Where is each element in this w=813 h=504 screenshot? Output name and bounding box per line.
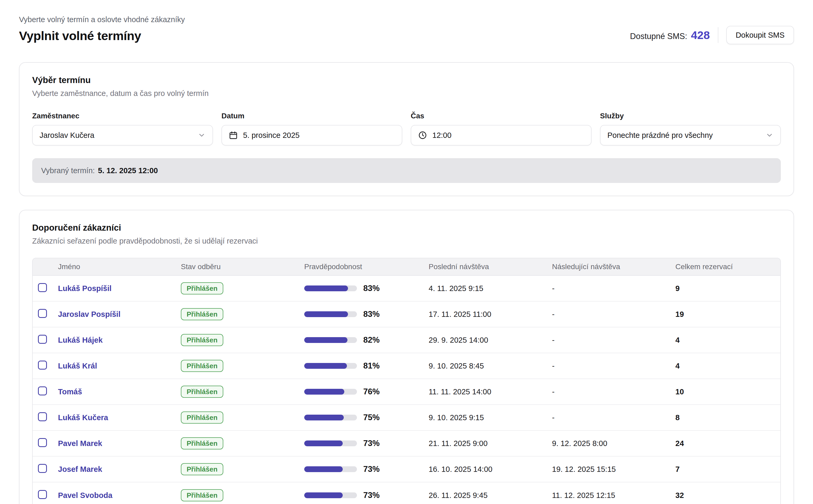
row-checkbox-cell <box>33 309 58 320</box>
probability-bar-fill <box>304 389 344 395</box>
total-reservations-cell: 24 <box>675 439 780 448</box>
total-reservations-cell: 32 <box>675 491 780 500</box>
probability-percent: 83% <box>363 309 380 319</box>
services-field: Služby Ponechte prázdné pro všechny <box>600 112 781 146</box>
total-reservations-cell: 4 <box>675 362 780 370</box>
probability-cell: 81% <box>304 361 429 371</box>
subscription-status-cell: Přihlášen <box>181 463 304 475</box>
customer-name-link[interactable]: Lukáš Hájek <box>58 336 103 344</box>
chevron-down-icon <box>766 131 773 139</box>
table-row: Lukáš Pospíšil Přihlášen 83% 4. 11. 2025… <box>33 276 780 302</box>
row-checkbox[interactable] <box>38 464 47 473</box>
row-checkbox[interactable] <box>38 412 47 421</box>
row-checkbox[interactable] <box>38 490 47 499</box>
next-visit-cell: - <box>552 336 675 345</box>
customer-name-link[interactable]: Pavel Marek <box>58 439 102 448</box>
probability-bar-fill <box>304 363 347 369</box>
probability-bar-fill <box>304 440 343 446</box>
subscription-status-badge: Přihlášen <box>181 282 223 294</box>
customer-name-link[interactable]: Lukáš Král <box>58 362 97 370</box>
customer-name-link[interactable]: Lukáš Kučera <box>58 413 108 422</box>
customer-name-link[interactable]: Lukáš Pospíšil <box>58 284 112 293</box>
row-checkbox-cell <box>33 464 58 475</box>
sms-counter: Dostupné SMS: 428 <box>630 29 710 42</box>
customer-name-link[interactable]: Pavel Svoboda <box>58 491 112 500</box>
sms-header-area: Dostupné SMS: 428 Dokoupit SMS <box>630 26 794 44</box>
table-row: Jaroslav Pospíšil Přihlášen 83% 17. 11. … <box>33 302 780 327</box>
last-visit-cell: 11. 11. 2025 14:00 <box>429 387 552 396</box>
next-visit-cell: 11. 12. 2025 12:15 <box>552 491 675 500</box>
employee-field: Zaměstnanec Jaroslav Kučera <box>32 112 213 146</box>
column-header-next-visit: Následující návštěva <box>552 263 675 271</box>
probability-bar-fill <box>304 466 343 472</box>
last-visit-cell: 17. 11. 2025 11:00 <box>429 310 552 319</box>
term-selection-card: Výběr termínu Vyberte zaměstnance, datum… <box>19 62 794 196</box>
customer-name-link[interactable]: Tomáš <box>58 387 82 396</box>
probability-cell: 73% <box>304 491 429 500</box>
probability-percent: 81% <box>363 361 380 371</box>
customers-card-subtitle: Zákazníci seřazení podle pravděpodobnost… <box>32 236 781 246</box>
buy-sms-button[interactable]: Dokoupit SMS <box>726 26 794 44</box>
time-picker-button[interactable]: 12:00 <box>411 125 592 146</box>
services-label: Služby <box>600 112 781 120</box>
chevron-down-icon <box>198 131 206 139</box>
next-visit-cell: - <box>552 387 675 396</box>
row-checkbox[interactable] <box>38 438 47 447</box>
probability-bar-track <box>304 363 357 369</box>
services-select-value: Ponechte prázdné pro všechny <box>607 131 713 140</box>
last-visit-cell: 26. 11. 2025 9:45 <box>429 491 552 500</box>
recommended-customers-card: Doporučení zákazníci Zákazníci seřazení … <box>19 210 794 504</box>
term-form: Zaměstnanec Jaroslav Kučera Datum 5. pro… <box>32 112 781 146</box>
total-reservations-cell: 8 <box>675 413 780 422</box>
last-visit-cell: 21. 11. 2025 9:00 <box>429 439 552 448</box>
probability-bar-fill <box>304 415 344 420</box>
probability-cell: 73% <box>304 439 429 448</box>
row-checkbox[interactable] <box>38 361 47 370</box>
next-visit-cell: - <box>552 362 675 370</box>
subscription-status-badge: Přihlášen <box>181 334 223 346</box>
customer-name-cell: Jaroslav Pospíšil <box>58 310 181 319</box>
customer-name-cell: Pavel Marek <box>58 439 181 448</box>
table-row: Tomáš Přihlášen 76% 11. 11. 2025 14:00 -… <box>33 379 780 405</box>
probability-bar-track <box>304 285 357 291</box>
customer-name-cell: Pavel Svoboda <box>58 491 181 500</box>
row-checkbox[interactable] <box>38 309 47 318</box>
header-divider <box>718 27 718 43</box>
probability-cell: 83% <box>304 309 429 319</box>
employee-label: Zaměstnanec <box>32 112 213 120</box>
row-checkbox[interactable] <box>38 386 47 395</box>
probability-bar-fill <box>304 492 343 498</box>
subscription-status-cell: Přihlášen <box>181 411 304 424</box>
subscription-status-cell: Přihlášen <box>181 386 304 398</box>
subscription-status-badge: Přihlášen <box>181 463 223 475</box>
subscription-status-cell: Přihlášen <box>181 308 304 320</box>
column-header-name: Jméno <box>58 263 181 271</box>
clock-icon <box>418 131 427 140</box>
table-row: Lukáš Král Přihlášen 81% 9. 10. 2025 8:4… <box>33 353 780 379</box>
selected-term-label: Vybraný termín: <box>41 166 95 175</box>
time-picker-value: 12:00 <box>432 131 452 140</box>
customer-name-link[interactable]: Jaroslav Pospíšil <box>58 310 120 318</box>
total-reservations-cell: 10 <box>675 387 780 396</box>
row-checkbox[interactable] <box>38 283 47 292</box>
row-checkbox[interactable] <box>38 335 47 344</box>
last-visit-cell: 16. 10. 2025 14:00 <box>429 465 552 474</box>
last-visit-cell: 4. 11. 2025 9:15 <box>429 284 552 293</box>
total-reservations-cell: 4 <box>675 336 780 345</box>
subscription-status-badge: Přihlášen <box>181 360 223 372</box>
subscription-status-badge: Přihlášen <box>181 308 223 320</box>
term-card-subtitle: Vyberte zaměstnance, datum a čas pro vol… <box>32 89 781 98</box>
table-header-row: Jméno Stav odběru Pravděpodobnost Posled… <box>33 258 780 276</box>
table-row: Lukáš Hájek Přihlášen 82% 29. 9. 2025 14… <box>33 327 780 353</box>
probability-bar-fill <box>304 311 348 317</box>
subscription-status-cell: Přihlášen <box>181 282 304 294</box>
employee-select[interactable]: Jaroslav Kučera <box>32 125 213 146</box>
row-checkbox-cell <box>33 335 58 346</box>
last-visit-cell: 9. 10. 2025 8:45 <box>429 362 552 370</box>
subscription-status-badge: Přihlášen <box>181 489 223 501</box>
services-select[interactable]: Ponechte prázdné pro všechny <box>600 125 781 146</box>
date-picker-button[interactable]: 5. prosince 2025 <box>221 125 402 146</box>
customer-name-link[interactable]: Josef Marek <box>58 465 102 473</box>
customer-name-cell: Tomáš <box>58 387 181 396</box>
probability-percent: 75% <box>363 413 380 422</box>
